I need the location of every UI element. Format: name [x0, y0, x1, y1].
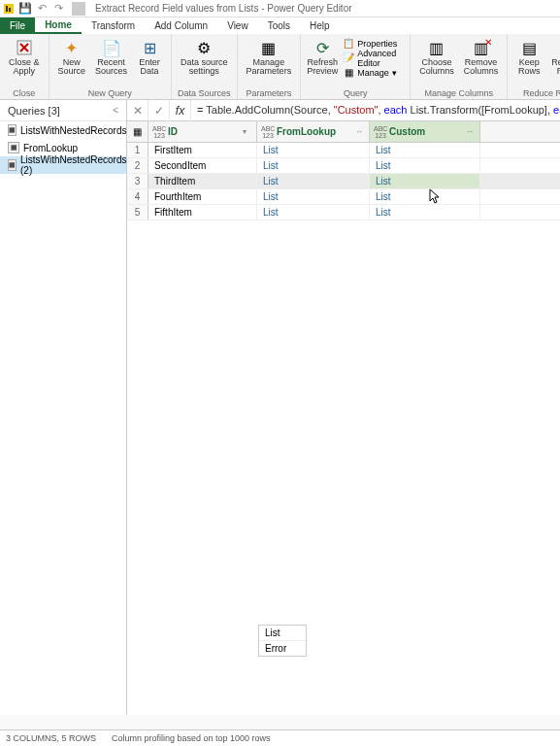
- data-grid: ▦ ABC123 ID ▾ ABC123 FromLookup ↔ ABC123…: [127, 121, 560, 715]
- refresh-preview-button[interactable]: ⟳ Refresh Preview: [305, 36, 340, 87]
- tab-home[interactable]: Home: [35, 17, 82, 34]
- cell-fromlookup[interactable]: List: [257, 189, 370, 204]
- table-row[interactable]: 3ThirdItemListList: [127, 174, 560, 189]
- ribbon-group-manage-columns: ▥ Choose Columns ▥✕ Remove Columns Manag…: [411, 34, 508, 99]
- formula-bar: ✕ ✓ fx = Table.AddColumn(Source, "Custom…: [127, 100, 560, 121]
- query-item-3[interactable]: ▦ ListsWithNestedRecords (2): [0, 156, 126, 174]
- keep-rows-button[interactable]: ▤ Keep Rows: [511, 36, 546, 87]
- cell-custom[interactable]: List: [370, 143, 480, 157]
- undo-icon[interactable]: ↶: [35, 2, 49, 16]
- window-title: Extract Record Field values from Lists -…: [95, 3, 352, 14]
- type-icon: ABC123: [261, 125, 275, 139]
- queries-pane: Queries [3] < ▦ ListsWithNestedRecords ▦…: [0, 100, 127, 715]
- row-number: 5: [127, 205, 148, 220]
- query-item-label: FromLookup: [23, 143, 78, 153]
- column-name: ID: [168, 126, 241, 137]
- title-bar: 💾 ↶ ↷ Extract Record Field values from L…: [0, 0, 560, 17]
- ribbon-group-data-sources: ⚙ Data source settings Data Sources: [172, 34, 238, 99]
- preview-list[interactable]: List: [259, 626, 306, 641]
- cell-id[interactable]: FifthItem: [148, 205, 257, 220]
- recent-sources-button[interactable]: 📄 Recent Sources: [90, 36, 132, 87]
- choose-columns-button[interactable]: ▥ Choose Columns: [414, 36, 459, 87]
- table-corner-button[interactable]: ▦: [127, 121, 148, 142]
- status-profiling: Column profiling based on top 1000 rows: [112, 733, 271, 743]
- table-row[interactable]: 4FourthItemListList: [127, 189, 560, 205]
- svg-rect-2: [9, 8, 11, 12]
- column-header-id[interactable]: ABC123 ID ▾: [148, 121, 257, 142]
- cell-fromlookup[interactable]: List: [257, 143, 370, 157]
- row-number: 2: [127, 158, 148, 173]
- svg-rect-1: [6, 6, 8, 12]
- cell-preview-panel: List Error: [258, 625, 307, 657]
- row-number: 1: [127, 143, 148, 157]
- column-name: FromLookup: [277, 126, 353, 137]
- cell-custom[interactable]: List: [370, 174, 480, 188]
- close-apply-button[interactable]: Close & Apply: [4, 36, 45, 87]
- remove-rows-button[interactable]: ▤✕ Remove Rows: [546, 36, 560, 87]
- commit-formula-button[interactable]: ✓: [148, 100, 170, 121]
- table-icon: ▦: [8, 124, 16, 136]
- ribbon-group-new-query: ✦ New Source 📄 Recent Sources ⊞ Enter Da…: [49, 34, 173, 99]
- tab-help[interactable]: Help: [300, 17, 340, 34]
- data-source-settings-button[interactable]: ⚙ Data source settings: [176, 36, 233, 87]
- tab-view[interactable]: View: [217, 17, 258, 34]
- table-icon: ▦: [8, 142, 19, 153]
- tab-add-column[interactable]: Add Column: [145, 17, 217, 34]
- ribbon-tabs: File Home Transform Add Column View Tool…: [0, 17, 560, 34]
- tab-file[interactable]: File: [0, 17, 35, 34]
- cell-custom[interactable]: List: [370, 158, 480, 173]
- cell-custom[interactable]: List: [370, 205, 480, 220]
- collapse-queries-icon[interactable]: <: [113, 105, 118, 116]
- query-item-label: ListsWithNestedRecords: [20, 125, 126, 136]
- query-item-label: ListsWithNestedRecords (2): [20, 154, 126, 176]
- cell-fromlookup[interactable]: List: [257, 158, 370, 173]
- status-bar: 3 COLUMNS, 5 ROWS Column profiling based…: [0, 729, 560, 746]
- formula-input[interactable]: = Table.AddColumn(Source, "Custom", each…: [191, 104, 560, 117]
- column-header-fromlookup[interactable]: ABC123 FromLookup ↔: [257, 121, 370, 142]
- row-number: 4: [127, 189, 148, 204]
- redo-icon[interactable]: ↷: [51, 2, 65, 16]
- table-row[interactable]: 2SecondItemListList: [127, 158, 560, 174]
- cell-id[interactable]: FirstItem: [148, 143, 257, 157]
- ribbon-group-parameters: ▦ Manage Parameters Parameters: [238, 34, 302, 99]
- cell-id[interactable]: FourthItem: [148, 189, 257, 204]
- new-source-button[interactable]: ✦ New Source: [53, 36, 91, 87]
- cell-id[interactable]: SecondItem: [148, 158, 257, 173]
- ribbon-group-close: Close & Apply Close: [0, 34, 49, 99]
- cell-id[interactable]: ThirdItem: [148, 174, 257, 188]
- expand-icon[interactable]: ↔: [355, 127, 365, 136]
- tab-tools[interactable]: Tools: [258, 17, 300, 34]
- remove-columns-button[interactable]: ▥✕ Remove Columns: [459, 36, 504, 87]
- queries-header: Queries [3] <: [0, 100, 126, 121]
- manage-query-button[interactable]: ▦Manage ▾: [340, 65, 406, 80]
- quick-access-toolbar: 💾 ↶ ↷: [0, 2, 89, 16]
- app-icon: [2, 2, 16, 16]
- type-icon: ABC123: [374, 125, 387, 139]
- row-number: 3: [127, 174, 148, 188]
- query-item-1[interactable]: ▦ ListsWithNestedRecords: [0, 121, 126, 139]
- table-row[interactable]: 1FirstItemListList: [127, 143, 560, 158]
- type-icon: ABC123: [152, 125, 166, 139]
- ribbon: Close & Apply Close ✦ New Source 📄 Recen…: [0, 34, 560, 100]
- cell-fromlookup[interactable]: List: [257, 174, 370, 188]
- tab-transform[interactable]: Transform: [82, 17, 145, 34]
- manage-parameters-button[interactable]: ▦ Manage Parameters: [242, 36, 297, 87]
- queries-count: Queries [3]: [8, 105, 60, 117]
- preview-error[interactable]: Error: [259, 641, 306, 656]
- enter-data-button[interactable]: ⊞ Enter Data: [132, 36, 167, 87]
- table-row[interactable]: 5FifthItemListList: [127, 205, 560, 220]
- status-columns-rows: 3 COLUMNS, 5 ROWS: [6, 733, 96, 743]
- cancel-formula-button[interactable]: ✕: [127, 100, 148, 121]
- column-header-custom[interactable]: ABC123 Custom ↔: [370, 121, 480, 142]
- cell-fromlookup[interactable]: List: [257, 205, 370, 220]
- grid-header: ▦ ABC123 ID ▾ ABC123 FromLookup ↔ ABC123…: [127, 121, 560, 143]
- fx-button[interactable]: fx: [170, 100, 191, 121]
- expand-icon[interactable]: ↔: [466, 127, 476, 136]
- ribbon-group-reduce-rows: ▤ Keep Rows ▤✕ Remove Rows Reduce Rows: [508, 34, 560, 99]
- advanced-editor-button[interactable]: 📝Advanced Editor: [340, 51, 406, 65]
- filter-dropdown-icon[interactable]: ▾: [243, 127, 252, 136]
- cell-custom[interactable]: List: [370, 189, 480, 204]
- table-icon: ▦: [8, 159, 16, 171]
- save-icon[interactable]: 💾: [18, 2, 32, 16]
- ribbon-group-query: ⟳ Refresh Preview 📋Properties 📝Advanced …: [301, 34, 411, 99]
